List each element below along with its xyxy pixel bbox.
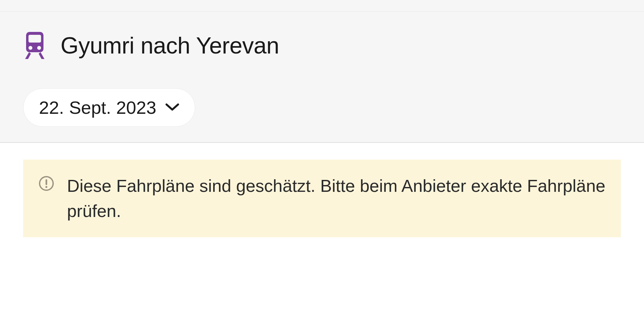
top-strip <box>0 0 644 12</box>
content-section: Diese Fahrpläne sind geschätzt. Bitte be… <box>0 143 644 254</box>
svg-point-2 <box>29 46 33 50</box>
date-label: 22. Sept. 2023 <box>39 97 156 118</box>
warning-banner: Diese Fahrpläne sind geschätzt. Bitte be… <box>23 160 621 237</box>
svg-point-3 <box>37 46 41 50</box>
route-row: Gyumri nach Yerevan <box>23 31 621 60</box>
warning-message: Diese Fahrpläne sind geschätzt. Bitte be… <box>67 173 605 224</box>
route-title: Gyumri nach Yerevan <box>61 32 279 59</box>
train-icon <box>23 31 46 60</box>
svg-point-6 <box>45 186 47 188</box>
chevron-down-icon <box>165 103 179 113</box>
date-picker[interactable]: 22. Sept. 2023 <box>23 88 195 127</box>
svg-rect-1 <box>29 35 41 43</box>
svg-rect-5 <box>46 179 47 185</box>
header-section: Gyumri nach Yerevan 22. Sept. 2023 <box>0 12 644 143</box>
warning-icon <box>39 173 54 192</box>
